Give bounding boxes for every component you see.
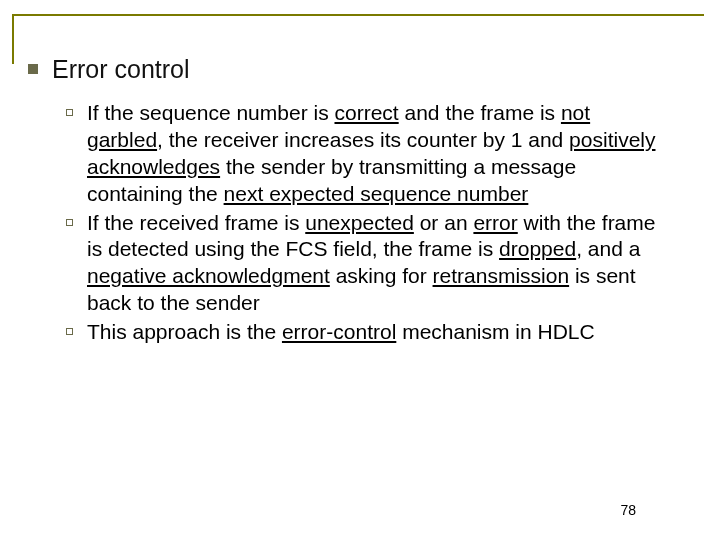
underlined-text: error	[473, 211, 517, 234]
list-item-text: If the received frame is unexpected or a…	[87, 210, 667, 318]
hollow-square-bullet-icon	[66, 328, 73, 335]
underlined-text: retransmission	[433, 264, 570, 287]
underlined-text: negative acknowledgment	[87, 264, 330, 287]
underlined-text: unexpected	[305, 211, 414, 234]
heading-text: Error control	[52, 54, 190, 84]
slide-frame-left	[12, 14, 14, 64]
heading-row: Error control	[28, 54, 692, 84]
plain-text: or an	[414, 211, 474, 234]
page-number: 78	[620, 502, 636, 518]
sub-bullet-list: If the sequence number is correct and th…	[66, 100, 692, 346]
hollow-square-bullet-icon	[66, 219, 73, 226]
slide-frame-top	[12, 14, 704, 16]
underlined-text: dropped	[499, 237, 576, 260]
plain-text: If the sequence number is	[87, 101, 334, 124]
plain-text: asking for	[330, 264, 433, 287]
underlined-text: next expected sequence number	[224, 182, 529, 205]
underlined-text: error-control	[282, 320, 396, 343]
underlined-text: correct	[334, 101, 398, 124]
plain-text: This approach is the	[87, 320, 282, 343]
list-item-text: This approach is the error-control mecha…	[87, 319, 595, 346]
slide-content: Error control If the sequence number is …	[28, 54, 692, 348]
list-item-text: If the sequence number is correct and th…	[87, 100, 667, 208]
hollow-square-bullet-icon	[66, 109, 73, 116]
list-item: If the received frame is unexpected or a…	[66, 210, 692, 318]
plain-text: mechanism in HDLC	[396, 320, 594, 343]
square-bullet-icon	[28, 64, 38, 74]
plain-text: , the receiver increases its counter by …	[157, 128, 569, 151]
list-item: If the sequence number is correct and th…	[66, 100, 692, 208]
list-item: This approach is the error-control mecha…	[66, 319, 692, 346]
plain-text: If the received frame is	[87, 211, 305, 234]
plain-text: and the frame is	[399, 101, 561, 124]
plain-text: , and a	[576, 237, 640, 260]
